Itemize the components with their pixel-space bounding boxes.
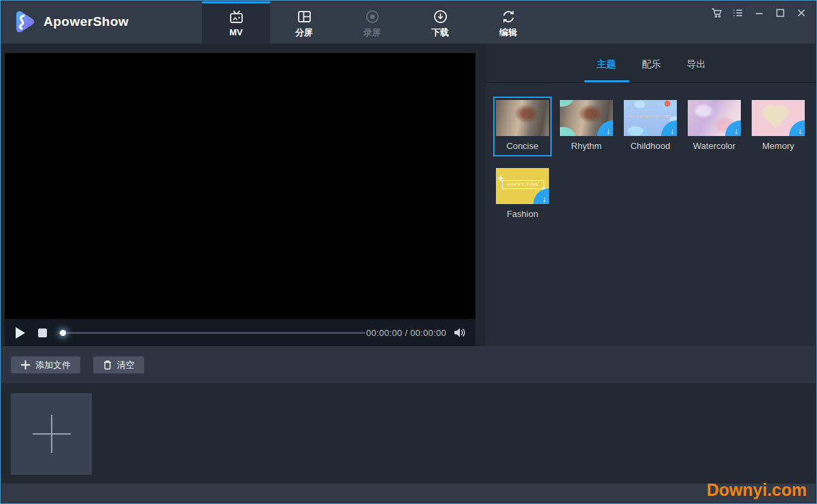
tab-theme[interactable]: 主题 [584,58,629,82]
tab-edit-label: 编辑 [499,27,517,39]
plus-icon [20,360,31,370]
watermark: Downyi.com [707,480,807,500]
topbar: ApowerShow MV 分屏 [1,1,816,44]
theme-thumbnail: ↓ [688,100,741,136]
add-files-button[interactable]: 添加文件 [11,356,80,373]
theme-name: Rhythm [560,141,613,151]
stop-icon[interactable] [38,329,47,337]
add-files-label: 添加文件 [35,359,71,371]
tab-mv-label: MV [229,27,243,37]
theme-item-fashion[interactable]: HAPPY TIME ↓ Fashion [493,165,552,224]
tab-split-label: 分屏 [295,27,313,39]
theme-name: Memory [752,141,805,151]
download-badge-icon[interactable]: ↓ [725,120,741,136]
time-display: 00:00:00 / 00:00:00 [366,328,446,338]
theme-name: Fashion [496,209,549,219]
right-panel-tabs: 主题 配乐 导出 [486,44,817,83]
tab-export[interactable]: 导出 [674,58,719,82]
download-icon [433,9,448,24]
right-panel: 主题 配乐 导出 Concise ↓ Rhythm MY GROWTH RECO… [486,44,817,346]
theme-item-watercolor[interactable]: ↓ Watercolor [685,97,744,156]
tab-music[interactable]: 配乐 [629,58,674,82]
tab-download[interactable]: 下载 [406,1,474,44]
theme-thumbnail: ↓ [560,100,613,136]
app-title: ApowerShow [44,14,129,29]
progress-slider[interactable] [59,332,365,334]
plus-icon [51,415,52,453]
tv-icon [229,10,244,25]
tab-mv[interactable]: MV [202,1,270,44]
minimize-icon[interactable] [753,7,765,19]
theme-thumbnail [496,100,549,136]
tab-split-screen[interactable]: 分屏 [270,1,338,44]
app-logo-icon [10,8,37,35]
play-icon[interactable] [16,327,25,339]
theme-grid: Concise ↓ Rhythm MY GROWTH RECORD ↓ Chil… [486,83,817,233]
video-preview [5,53,476,319]
tab-record-label: 录屏 [363,27,381,39]
theme-item-memory[interactable]: ↓ Memory [749,97,807,156]
theme-item-rhythm[interactable]: ↓ Rhythm [557,97,616,156]
theme-item-concise[interactable]: Concise [493,97,552,156]
theme-thumbnail: MY GROWTH RECORD ↓ [624,100,677,136]
tab-download-label: 下载 [431,27,449,39]
playback-control-bar: 00:00:00 / 00:00:00 [5,319,476,346]
brand: ApowerShow [10,8,129,35]
app-window: ApowerShow MV 分屏 [0,0,817,504]
status-bar [1,484,816,503]
record-icon [365,9,380,24]
theme-item-childhood[interactable]: MY GROWTH RECORD ↓ Childhood [621,97,680,156]
split-screen-icon [297,9,312,24]
cart-icon[interactable] [711,7,723,19]
main-tabs: MV 分屏 录屏 下载 [202,1,542,44]
heart-shape [765,107,786,128]
download-badge-icon[interactable]: ↓ [533,188,549,204]
theme-caption: HAPPY TIME [502,180,544,189]
close-icon[interactable] [795,7,807,19]
download-badge-icon[interactable]: ↓ [789,120,805,136]
clear-button[interactable]: 清空 [93,356,144,373]
window-controls [711,7,807,19]
theme-name: Childhood [624,141,677,151]
download-badge-icon[interactable]: ↓ [597,120,613,136]
theme-thumbnail: HAPPY TIME ↓ [496,168,549,204]
file-toolbar: 添加文件 清空 [1,346,816,383]
convert-icon [501,9,516,24]
speaker-icon[interactable] [453,326,466,339]
progress-handle[interactable] [60,330,66,336]
tab-edit[interactable]: 编辑 [474,1,542,44]
theme-name: Concise [496,141,549,151]
theme-name: Watercolor [688,141,741,151]
clear-label: 清空 [117,359,135,371]
theme-thumbnail: ↓ [752,100,805,136]
add-media-tile[interactable] [11,393,92,475]
maximize-icon[interactable] [774,7,786,19]
download-badge-icon[interactable]: ↓ [661,120,677,136]
menu-list-icon[interactable] [732,7,744,19]
trash-icon [103,360,112,370]
theme-caption: MY GROWTH RECORD [624,114,677,118]
media-strip [1,383,816,485]
tab-screen-record[interactable]: 录屏 [338,1,406,44]
